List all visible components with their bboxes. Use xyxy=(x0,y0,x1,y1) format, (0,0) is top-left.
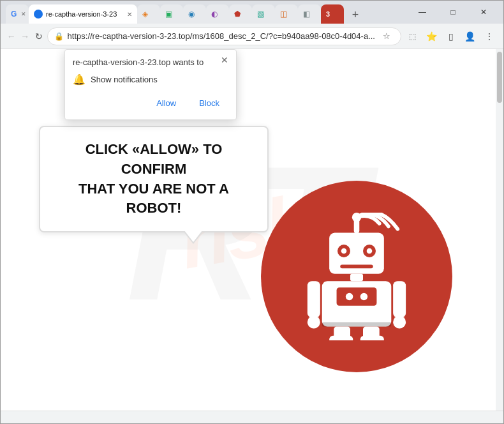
address-actions: ☆ xyxy=(379,29,394,44)
svg-rect-14 xyxy=(308,281,320,317)
url-text: https://re-captha-version-3-23.top/ms/16… xyxy=(68,31,375,41)
svg-point-11 xyxy=(346,293,353,300)
forward-button[interactable]: → xyxy=(20,27,31,45)
content-area: risk. RT ✕ re-captha-version-3-23.top wa… xyxy=(1,49,503,411)
title-bar: G ✕ re-captha-version-3-23 ✕ ◈ ▣ ◉ ◐ xyxy=(1,1,503,24)
new-tab-button[interactable]: + xyxy=(346,6,364,24)
popup-notification-row: 🔔 Show notifications xyxy=(73,73,228,86)
svg-point-6 xyxy=(367,248,373,254)
svg-point-12 xyxy=(360,293,367,300)
profile-button[interactable]: 👤 xyxy=(461,27,479,45)
lock-icon: 🔒 xyxy=(54,32,64,41)
bookmark-button[interactable]: ⭐ xyxy=(423,27,441,45)
notification-popup: ✕ re-captha-version-3-23.top wants to 🔔 … xyxy=(64,49,237,120)
svg-rect-8 xyxy=(350,274,363,281)
svg-rect-13 xyxy=(322,322,392,326)
popup-close-button[interactable]: ✕ xyxy=(218,54,231,66)
svg-point-17 xyxy=(393,315,406,328)
refresh-button[interactable]: ↻ xyxy=(33,27,45,45)
tab-10[interactable]: ◧ xyxy=(298,4,321,24)
active-tab-title: re-captha-version-3-23 xyxy=(46,10,124,18)
sidebar-button[interactable]: ▯ xyxy=(442,27,460,45)
scrollbar[interactable] xyxy=(496,49,503,411)
bubble-line1: CLICK «ALLOW» TO CONFIRM xyxy=(85,141,223,177)
menu-button[interactable]: ⋮ xyxy=(480,27,498,45)
svg-rect-7 xyxy=(340,264,373,268)
bottom-status-bar xyxy=(1,411,503,423)
extensions-button[interactable]: ⬚ xyxy=(404,27,422,45)
svg-rect-16 xyxy=(393,281,406,317)
popup-buttons: Allow Block xyxy=(73,95,228,112)
bell-icon: 🔔 xyxy=(73,73,85,86)
tab-4[interactable]: ▣ xyxy=(160,4,183,24)
svg-rect-20 xyxy=(329,336,353,340)
popup-notification-text: Show notifications xyxy=(91,75,158,84)
popup-site-text: re-captha-version-3-23.top wants to xyxy=(73,57,228,67)
tab-close-active[interactable]: ✕ xyxy=(127,11,132,18)
svg-point-15 xyxy=(308,315,320,328)
navigation-bar: ← → ↻ 🔒 https://re-captha-version-3-23.t… xyxy=(1,24,503,49)
robot-circle xyxy=(261,181,452,372)
address-bar[interactable]: 🔒 https://re-captha-version-3-23.top/ms/… xyxy=(47,27,401,45)
chrome-window: G ✕ re-captha-version-3-23 ✕ ◈ ▣ ◉ ◐ xyxy=(0,0,504,424)
tabs-container: G ✕ re-captha-version-3-23 ✕ ◈ ▣ ◉ ◐ xyxy=(6,1,405,24)
allow-button[interactable]: Allow xyxy=(147,95,185,112)
block-button[interactable]: Block xyxy=(190,95,228,112)
svg-point-1 xyxy=(352,213,361,222)
svg-rect-21 xyxy=(360,336,384,340)
tab-7[interactable]: ⬟ xyxy=(229,4,252,24)
tab-11[interactable]: 3 xyxy=(321,4,344,24)
close-button[interactable]: ✕ xyxy=(469,3,498,22)
svg-rect-10 xyxy=(337,287,377,306)
speech-bubble: CLICK «ALLOW» TO CONFIRM THAT YOU ARE NO… xyxy=(39,126,269,232)
svg-point-5 xyxy=(341,248,347,254)
back-button[interactable]: ← xyxy=(6,27,17,45)
bubble-text: CLICK «ALLOW» TO CONFIRM THAT YOU ARE NO… xyxy=(56,140,252,218)
bookmark-star-icon[interactable]: ☆ xyxy=(379,29,394,44)
tab-1[interactable]: G ✕ xyxy=(6,4,29,24)
scrollbar-thumb[interactable] xyxy=(497,52,502,103)
tab-8[interactable]: ▧ xyxy=(252,4,275,24)
tab-active[interactable]: re-captha-version-3-23 ✕ xyxy=(29,4,137,24)
minimize-button[interactable]: — xyxy=(408,3,437,22)
tab-3[interactable]: ◈ xyxy=(137,4,160,24)
nav-right-controls: ⬚ ⭐ ▯ 👤 ⋮ xyxy=(404,27,498,45)
tab-5[interactable]: ◉ xyxy=(183,4,206,24)
robot-icon xyxy=(299,213,414,340)
tab-6[interactable]: ◐ xyxy=(206,4,229,24)
bubble-line2: THAT YOU ARE NOT A ROBOT! xyxy=(78,181,229,216)
maximize-button[interactable]: □ xyxy=(438,3,468,22)
tab-9[interactable]: ◫ xyxy=(275,4,298,24)
window-controls: — □ ✕ xyxy=(408,3,498,22)
